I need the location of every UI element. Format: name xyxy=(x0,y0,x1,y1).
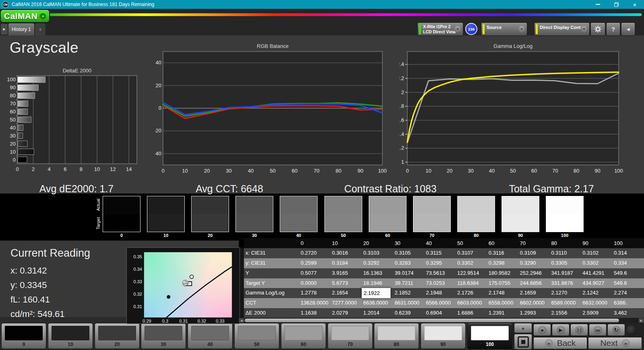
table-cell[interactable]: 73.5613 xyxy=(426,270,456,276)
transport-step-button[interactable]: [··] xyxy=(570,324,588,336)
table-row-label[interactable]: ΔE 2000 xyxy=(246,310,266,316)
tab-scroll-button[interactable]: ▶ xyxy=(1,24,8,35)
table-cell[interactable]: 6558.0000 xyxy=(489,300,518,306)
table-cell[interactable]: 0.3302 xyxy=(457,260,487,266)
source-dropdown[interactable]: Source ▼ xyxy=(481,23,527,35)
table-cell[interactable]: 0.3290 xyxy=(520,260,550,266)
minimize-button[interactable] xyxy=(588,0,607,9)
table-cell[interactable]: 1.1638 xyxy=(301,310,330,316)
table-cell[interactable]: 2.1270 xyxy=(551,290,581,296)
table-cell[interactable]: 6632.0000 xyxy=(582,300,612,306)
table-cell[interactable]: 2.5909 xyxy=(582,310,612,316)
table-cell[interactable]: 18.1946 xyxy=(363,280,393,286)
table-cell[interactable]: 0.6904 xyxy=(426,310,456,316)
transport-stop-button[interactable]: ■ xyxy=(533,324,551,336)
table-cell[interactable]: 6589.0000 xyxy=(551,300,581,306)
help-button[interactable]: ? xyxy=(607,23,620,35)
table-cell[interactable]: 118.6384 xyxy=(457,280,487,286)
table-cell[interactable]: 244.6856 xyxy=(520,280,550,286)
transport-loop-button[interactable]: ∞ xyxy=(589,324,607,336)
scroll-left-icon[interactable]: ◀ xyxy=(239,318,244,323)
table-cell[interactable]: 6631.0000 xyxy=(394,300,424,306)
table-row-label[interactable]: y: CIE31 xyxy=(246,260,266,266)
table-cell[interactable]: 549.6 xyxy=(614,280,644,286)
table-column-header[interactable]: 70 xyxy=(520,240,526,246)
patch-button-80[interactable]: 80 xyxy=(374,323,419,349)
table-column-header[interactable]: 30 xyxy=(394,240,400,246)
table-row-label[interactable]: Gamma Log/Log xyxy=(246,290,285,296)
table-cell[interactable]: 2.1659 xyxy=(520,290,550,296)
table-cell[interactable]: 2.1242 xyxy=(582,290,612,296)
table-cell[interactable]: 549.6 xyxy=(614,270,644,276)
table-cell[interactable]: 0.3292 xyxy=(363,260,393,266)
table-cell[interactable]: 0.3295 xyxy=(426,260,456,266)
transport-play-button[interactable]: ▶ xyxy=(552,324,570,336)
table-cell[interactable]: 2.1556 xyxy=(551,310,581,316)
table-cell[interactable]: 0.3283 xyxy=(394,260,424,266)
table-cell[interactable]: 0.3109 xyxy=(520,250,550,256)
table-cell[interactable]: 2.1748 xyxy=(489,290,518,296)
table-row-label[interactable]: Y xyxy=(246,270,249,276)
table-cell[interactable]: 6636.0000 xyxy=(363,300,393,306)
table-row-label[interactable]: x: CIE31 xyxy=(246,250,266,256)
patch-button-40[interactable]: 40 xyxy=(188,323,233,349)
table-cell[interactable]: 2.0279 xyxy=(332,310,362,316)
back-button[interactable]: « Back xyxy=(533,337,587,349)
patch-button-70[interactable]: 70 xyxy=(328,323,373,349)
table-cell[interactable]: 6603.0000 xyxy=(457,300,487,306)
table-cell[interactable]: 441.4291 xyxy=(582,270,612,276)
table-column-header[interactable]: 20 xyxy=(363,240,369,246)
table-cell[interactable]: 331.8676 xyxy=(551,280,581,286)
table-cell[interactable]: 0.5077 xyxy=(301,270,330,276)
table-column-header[interactable]: 90 xyxy=(582,240,588,246)
table-column-header[interactable]: 0 xyxy=(301,240,303,246)
patch-button-50[interactable]: 50 xyxy=(234,323,279,349)
transport-refresh-button[interactable]: ↻ xyxy=(607,324,625,336)
pattern-up-button[interactable]: ▲ xyxy=(514,323,532,333)
table-cell[interactable]: 7277.0000 xyxy=(332,300,362,306)
table-cell[interactable]: 2.1726 xyxy=(457,290,487,296)
meter-dropdown[interactable]: X-Rite i1Pro 2LCD Direct View ▼ xyxy=(418,23,463,35)
table-cell[interactable]: 0.334 xyxy=(614,260,644,266)
table-cell[interactable]: 341.9187 xyxy=(551,270,581,276)
table-cell[interactable]: 0.2599 xyxy=(301,260,330,266)
table-cell[interactable]: 0.3016 xyxy=(332,250,362,256)
table-column-header[interactable]: 80 xyxy=(551,240,557,246)
table-column-header[interactable]: 40 xyxy=(426,240,431,246)
table-cell[interactable]: 6566.0000 xyxy=(426,300,456,306)
table-cell[interactable]: 0.3305 xyxy=(551,260,581,266)
table-cell[interactable]: 180.9582 xyxy=(489,270,518,276)
table-column-header[interactable]: 60 xyxy=(489,240,494,246)
pattern-window-button[interactable] xyxy=(514,334,532,350)
patch-button-0[interactable]: 0 xyxy=(1,323,46,349)
table-cell[interactable]: 3.9165 xyxy=(332,270,362,276)
add-tab-button[interactable]: + xyxy=(35,23,45,35)
table-selected-cell[interactable]: 2.1922 xyxy=(361,288,391,299)
table-column-header[interactable]: 10 xyxy=(332,240,338,246)
tab-history-1[interactable]: History 1 xyxy=(8,23,34,35)
table-cell[interactable]: 2.1852 xyxy=(394,290,424,296)
patch-button-30[interactable]: 30 xyxy=(141,323,186,349)
table-cell[interactable]: 2.1948 xyxy=(426,290,456,296)
table-cell[interactable]: 175.0755 xyxy=(489,280,518,286)
table-column-header[interactable]: 100 xyxy=(614,240,623,246)
patch-button-90[interactable]: 90 xyxy=(421,323,466,349)
table-cell[interactable]: 2.274 xyxy=(614,290,644,296)
table-cell[interactable]: 3.462 xyxy=(614,310,644,316)
table-cell[interactable]: 0.3116 xyxy=(489,250,518,256)
table-cell[interactable]: 252.2946 xyxy=(520,270,550,276)
patch-button-60[interactable]: 60 xyxy=(281,323,326,349)
table-cell[interactable]: 434.9027 xyxy=(582,280,612,286)
table-cell[interactable]: 0.0000 xyxy=(301,280,330,286)
calman-menu-button[interactable]: CalMAN ▼ xyxy=(1,10,49,22)
table-cell[interactable]: 0.2720 xyxy=(301,250,330,256)
table-scrollbar-thumb[interactable] xyxy=(245,319,619,322)
table-cell[interactable]: 0.6239 xyxy=(394,310,424,316)
table-cell[interactable]: 39.7211 xyxy=(394,280,424,286)
table-cell[interactable]: 1.2391 xyxy=(489,310,518,316)
table-cell[interactable]: 73.0253 xyxy=(426,280,456,286)
table-cell[interactable]: 16.1363 xyxy=(363,270,393,276)
table-cell[interactable]: 0.3302 xyxy=(582,260,612,266)
table-cell[interactable]: 0.3103 xyxy=(363,250,393,256)
table-cell[interactable]: 1.2014 xyxy=(363,310,393,316)
